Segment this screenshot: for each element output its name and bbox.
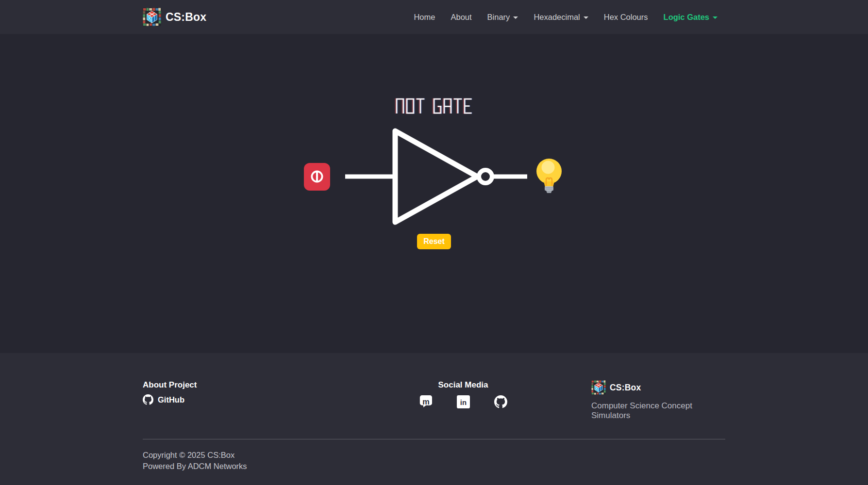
output-lightbulb-on-icon (534, 157, 565, 194)
not-gate-diagram (345, 128, 527, 225)
svg-text:in: in (460, 398, 466, 406)
nav-item-about[interactable]: About (443, 9, 479, 26)
svg-text:m: m (422, 397, 430, 406)
power-zero-icon (310, 169, 324, 184)
footer-about-column: About Project GitHub (143, 380, 376, 420)
footer: About Project GitHub Social Media (0, 353, 868, 485)
gate-title (396, 98, 472, 115)
footer-brand-name: CS:Box (610, 383, 641, 393)
mastodon-link[interactable]: m (419, 395, 433, 408)
linkedin-link[interactable]: in (457, 395, 470, 408)
gate-diagram-row (304, 128, 565, 225)
github-social-link[interactable] (494, 395, 507, 408)
about-project-heading: About Project (143, 380, 376, 390)
page: CS:Box Home About Binary Hexadecimal Hex… (0, 0, 868, 485)
github-icon (143, 394, 153, 405)
social-media-heading: Social Media (376, 380, 551, 390)
nav-item-home[interactable]: Home (406, 9, 443, 26)
navbar: CS:Box Home About Binary Hexadecimal Hex… (0, 0, 868, 34)
dropdown-caret-icon (584, 16, 588, 19)
csbox-logo-icon (591, 380, 606, 395)
nav-item-hexadecimal[interactable]: Hexadecimal (526, 9, 596, 26)
mastodon-icon: m (419, 395, 433, 408)
dropdown-caret-icon (713, 16, 718, 19)
github-project-link[interactable]: GitHub (143, 394, 184, 405)
simulator-section: Reset (0, 34, 868, 353)
powered-by-text: Powered By ADCM Networks (143, 461, 725, 472)
dropdown-caret-icon (513, 16, 518, 19)
nav-item-logic-gates[interactable]: Logic Gates (656, 9, 725, 26)
brand-name: CS:Box (166, 11, 206, 24)
nav-item-hex-colours[interactable]: Hex Colours (596, 9, 656, 26)
nav-menu: Home About Binary Hexadecimal Hex Colour… (406, 9, 725, 26)
input-toggle-button[interactable] (304, 163, 330, 191)
linkedin-icon: in (457, 395, 470, 408)
footer-divider (143, 439, 725, 439)
brand-link[interactable]: CS:Box (143, 8, 206, 26)
reset-button[interactable]: Reset (417, 234, 451, 249)
footer-tagline: Computer Science Concept Simulators (591, 401, 725, 420)
footer-social-column: Social Media m (376, 380, 551, 420)
nav-item-binary[interactable]: Binary (480, 9, 526, 26)
csbox-logo-icon (143, 8, 161, 26)
github-icon (494, 395, 507, 408)
copyright-text: Copyright © 2025 CS:Box (143, 450, 725, 461)
footer-brand-column: CS:Box Computer Science Concept Simulato… (551, 380, 725, 420)
